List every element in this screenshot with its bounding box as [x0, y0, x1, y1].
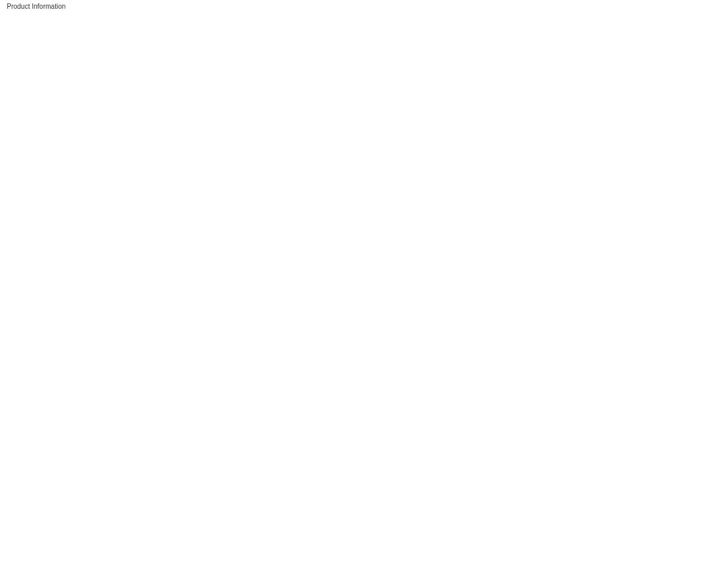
page-header-title: Product Information	[0, 0, 728, 13]
